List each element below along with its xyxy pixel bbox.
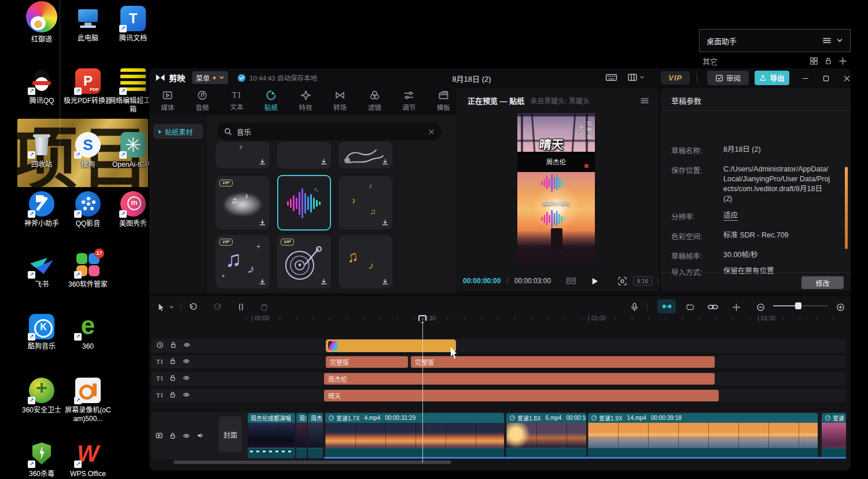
desktop-icon-this-pc[interactable]: 此电脑 <box>64 6 112 43</box>
desktop-icon-hongyudao[interactable]: 红御道 <box>17 1 66 44</box>
download-icon[interactable] <box>381 219 389 226</box>
desktop-icon-tencent-docs[interactable]: T↗ 腾讯文档 <box>109 6 157 43</box>
desktop-icon-ocam[interactable]: ↗ 屏幕录像机(oCam)500... <box>64 378 112 423</box>
tab-sticker[interactable]: 贴纸 <box>254 87 289 115</box>
hamburger-icon[interactable] <box>822 36 832 45</box>
text-clip[interactable]: 完整版 <box>326 356 408 368</box>
linkage-icon[interactable] <box>706 301 720 313</box>
desktop-icon-qq[interactable]: ↗ 腾讯QQ <box>17 68 66 105</box>
tab-audio[interactable]: 音频 <box>185 87 220 115</box>
lock-icon[interactable] <box>169 391 176 398</box>
modify-button[interactable]: 修改 <box>801 276 844 289</box>
slider-handle[interactable] <box>795 302 801 309</box>
eye-icon[interactable] <box>182 357 190 365</box>
eye-icon[interactable] <box>182 432 190 440</box>
grid-view-icon[interactable] <box>810 57 818 65</box>
video-clip[interactable]: 周杰 <box>308 413 323 458</box>
video-clip[interactable]: 变速1.9X 14.mp4 00:00:39:18 <box>588 413 818 458</box>
sticker-tile[interactable]: ♪ <box>216 142 270 169</box>
timeline-zoom-in-icon[interactable] <box>833 301 847 313</box>
layout-switch-icon[interactable] <box>627 72 645 82</box>
select-tool-chevron[interactable] <box>167 301 176 313</box>
tab-text[interactable]: TI 文本 <box>219 87 254 115</box>
desktop-icon-360-browser[interactable]: e↗ 360 <box>64 314 112 351</box>
lock-icon[interactable] <box>824 57 833 65</box>
minimize-button[interactable] <box>797 72 812 85</box>
search-input[interactable]: 音乐 <box>237 126 424 137</box>
mute-icon[interactable] <box>196 432 204 440</box>
timeline-zoom-slider[interactable] <box>773 305 827 306</box>
main-track-magnet-active[interactable] <box>657 299 676 313</box>
timeline-ruler[interactable] <box>246 317 848 320</box>
download-icon[interactable] <box>381 158 389 166</box>
desktop-icon-kugou[interactable]: ↗ 酷狗音乐 <box>17 314 66 351</box>
video-clip[interactable]: 周杰伦成都演唱 <box>248 413 295 458</box>
eye-icon[interactable] <box>182 391 190 398</box>
undo-button[interactable] <box>186 301 200 313</box>
desktop-icon-pdf-converter[interactable]: PPDF↗ 极光PDF转换器 <box>64 68 112 105</box>
video-clip[interactable]: 变速1.7X 4.mp4 00:00:31:29 <box>325 413 504 458</box>
sticker-tile[interactable]: ♫ ♪ <box>339 235 392 288</box>
redo-button[interactable] <box>211 301 225 313</box>
download-icon[interactable] <box>259 219 266 226</box>
desktop-icon-wps[interactable]: W↗ WPS Office <box>64 441 112 478</box>
panel-scrollbar[interactable] <box>845 167 848 249</box>
split-screen-icon[interactable] <box>566 276 576 286</box>
review-button[interactable]: 审阅 <box>707 71 749 85</box>
preview-axis-icon[interactable] <box>729 301 743 313</box>
sticker-tile[interactable]: VIP <box>277 235 331 288</box>
shortcut-keys-icon[interactable] <box>605 72 617 82</box>
playhead-handle[interactable] <box>418 315 426 323</box>
sticker-tile[interactable]: ♪ ♪ ♫ <box>339 176 392 229</box>
close-button[interactable] <box>839 72 851 85</box>
download-icon[interactable] <box>320 278 328 286</box>
tab-media[interactable]: 媒体 <box>150 87 185 115</box>
sticker-tile[interactable]: VIP ♫ ♪ <box>216 176 270 229</box>
download-icon[interactable] <box>381 278 389 286</box>
desktop-icon-feishu[interactable]: ↗ 飞书 <box>17 252 66 289</box>
sticker-search-box[interactable]: 音乐 <box>217 123 442 140</box>
tab-effects[interactable]: 特效 <box>288 87 323 115</box>
sticker-tile[interactable] <box>277 142 331 169</box>
lock-icon[interactable] <box>169 357 176 365</box>
download-icon[interactable] <box>259 278 266 286</box>
split-clip-button[interactable] <box>234 301 248 313</box>
desktop-icon-360-manager[interactable]: 17 ↗ 360软件管家 <box>64 252 112 289</box>
text-clip[interactable]: 晴天 <box>324 390 719 401</box>
desktop-icon-sogou[interactable]: S↗ 搜狗 <box>64 132 112 169</box>
add-icon[interactable] <box>838 57 847 65</box>
text-clip[interactable]: 周杰伦 <box>324 373 715 385</box>
delete-clip-button[interactable] <box>257 301 271 313</box>
resolution-value[interactable]: 适应 <box>723 211 738 221</box>
vip-badge[interactable]: VIP <box>661 71 690 85</box>
aspect-ratio-button[interactable]: 9:16 <box>633 276 652 286</box>
timeline-horizontal-scrollbar[interactable] <box>174 460 451 464</box>
sticker-tile-selected[interactable] <box>277 175 331 231</box>
desktop-icon-recycle-bin[interactable]: ↗ 回收站 <box>17 132 66 169</box>
audio-track-line[interactable] <box>324 457 846 459</box>
sticker-tile[interactable]: VIP ♫ ♪ + + <box>216 235 270 288</box>
play-button[interactable] <box>590 277 599 286</box>
desktop-icon-qq-player[interactable]: ↗ QQ影音 <box>64 191 112 228</box>
video-clip[interactable]: 变速1.8X 6.mp4 00:00:16: <box>506 413 586 458</box>
sidebar-item-sticker-material[interactable]: 贴纸素材 <box>153 124 203 139</box>
download-icon[interactable] <box>259 158 266 166</box>
preview-menu-icon[interactable] <box>640 96 649 105</box>
chevron-down-icon[interactable] <box>836 37 843 44</box>
eye-icon[interactable] <box>182 374 190 382</box>
video-preview[interactable]: 晴天 完整版 无损 周杰伦 故事的小黄花 <box>517 113 595 266</box>
menu-button[interactable]: 菜单 <box>192 71 228 84</box>
desktop-icon-360-antivirus[interactable]: ↗ 360杀毒 <box>17 441 66 478</box>
tab-adjust[interactable]: 调节 <box>392 87 426 115</box>
tab-filter[interactable]: 滤镜 <box>357 87 392 115</box>
text-clip[interactable]: 完整版 <box>411 356 715 368</box>
export-button[interactable]: 导出 <box>755 71 789 85</box>
lock-icon[interactable] <box>170 341 177 349</box>
sticker-clip[interactable] <box>326 339 456 352</box>
desktop-icon-shenfu[interactable]: ↗ 神斧小助手 <box>17 191 66 228</box>
sticker-tile[interactable] <box>339 142 392 169</box>
tab-transition[interactable]: 转场 <box>323 87 358 115</box>
download-icon[interactable] <box>320 158 328 166</box>
maximize-button[interactable] <box>818 72 833 85</box>
auto-snap-icon[interactable] <box>683 301 697 313</box>
